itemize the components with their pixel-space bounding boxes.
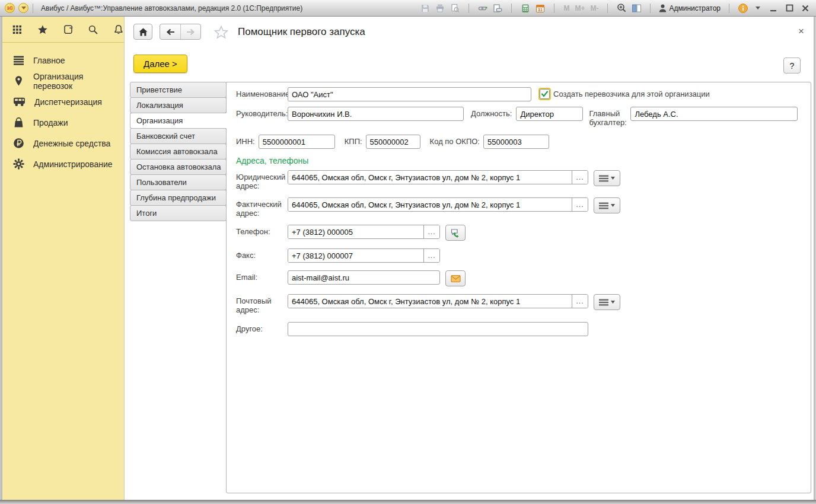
save-icon[interactable]	[420, 3, 431, 14]
tab-lokalizaciya[interactable]: Локализация	[130, 97, 227, 113]
user-icon	[659, 4, 667, 12]
fax-input[interactable]	[288, 249, 423, 262]
split-view-icon[interactable]	[631, 3, 642, 14]
main-area: Помощник первого запуска × Далее > ? При…	[125, 17, 814, 500]
memory-subtract-button[interactable]: M-	[589, 4, 599, 12]
legal-address-menu-button[interactable]	[594, 170, 620, 186]
create-carrier-label[interactable]: Создать перевозчика для этой организации	[553, 87, 710, 98]
position-input[interactable]	[516, 107, 583, 121]
back-button[interactable]	[160, 24, 180, 39]
phone-choose-button[interactable]: ...	[423, 225, 439, 238]
content-header: Помощник первого запуска	[133, 24, 365, 40]
zoom-icon[interactable]	[616, 3, 627, 14]
inn-input[interactable]	[259, 135, 335, 149]
forward-button[interactable]	[180, 24, 200, 39]
okpo-input[interactable]	[483, 135, 549, 149]
search-icon[interactable]	[88, 24, 98, 36]
1c-logo-icon[interactable]: 1С	[5, 3, 15, 13]
tab-organizaciya[interactable]: Организация	[130, 113, 227, 129]
name-input[interactable]	[288, 87, 531, 101]
create-carrier-checkbox[interactable]	[540, 89, 550, 99]
tab-glubina-predprodazhi[interactable]: Глубина предпродажи	[130, 190, 227, 206]
info-icon[interactable]	[738, 3, 748, 14]
memory-add-button[interactable]: M+	[574, 4, 585, 12]
postal-address-choose-button[interactable]: ...	[572, 295, 588, 308]
sidebar-item-organizaciya-perevozok[interactable]: Организация перевозок	[2, 71, 124, 91]
director-input[interactable]	[288, 107, 464, 121]
wizard-steps: Приветствие Локализация Организация Банк…	[130, 82, 227, 493]
checkmark-icon	[541, 90, 549, 98]
maximize-button[interactable]	[783, 3, 795, 14]
status-bar	[0, 500, 816, 504]
calendar-icon[interactable]: 31	[535, 3, 546, 14]
postal-address-label: Почтовый адрес:	[236, 294, 288, 314]
tab-bankovskiy-schet[interactable]: Банковский счет	[130, 128, 227, 144]
phone-call-icon	[450, 228, 461, 238]
email-input[interactable]	[288, 270, 440, 285]
app-window: 1С Авибус / Авибус™:Управление автовокза…	[0, 0, 816, 504]
phone-label: Телефон:	[236, 225, 288, 236]
sidebar-item-administrirovanie[interactable]: Администрирование	[2, 154, 124, 174]
sidebar-item-prodazhi[interactable]: Продажи	[2, 112, 124, 133]
wizard: Приветствие Локализация Организация Банк…	[130, 82, 811, 493]
divider	[511, 4, 512, 13]
call-button[interactable]	[445, 225, 466, 241]
tab-komissiya-avtovokzala[interactable]: Комиссия автовокзала	[130, 143, 227, 160]
legal-address-choose-button[interactable]: ...	[572, 171, 588, 184]
links-icon[interactable]	[492, 3, 503, 14]
sidebar-item-label: Главное	[33, 56, 65, 65]
sidebar-item-dispetcherizaciya[interactable]: Диспетчеризация	[2, 91, 124, 112]
actual-address-input[interactable]	[288, 198, 572, 211]
divider	[468, 4, 469, 13]
calculator-icon[interactable]	[520, 3, 531, 14]
next-button[interactable]: Далее >	[133, 55, 187, 73]
tab-polzovateli[interactable]: Пользователи	[130, 174, 227, 190]
legal-address-input[interactable]	[288, 171, 572, 184]
fax-choose-button[interactable]: ...	[423, 249, 439, 262]
window-scrollbar-track[interactable]	[814, 17, 816, 500]
actual-address-field: ...	[288, 197, 588, 212]
apps-grid-icon[interactable]	[12, 24, 23, 36]
fax-field: ...	[288, 248, 440, 263]
kpp-input[interactable]	[366, 135, 420, 149]
shopping-bag-icon	[13, 117, 24, 128]
tab-itogi[interactable]: Итоги	[130, 205, 227, 221]
close-window-button[interactable]	[799, 3, 811, 14]
sidebar-toolbar	[2, 17, 124, 43]
tab-ostanovka-avtovokzala[interactable]: Остановка автовокзала	[130, 159, 227, 175]
history-nav	[160, 24, 201, 40]
other-label: Другое:	[236, 322, 288, 333]
sidebar-item-denezhnye-sredstva[interactable]: Денежные средства	[2, 133, 124, 154]
phone-input[interactable]	[288, 225, 423, 238]
home-button[interactable]	[133, 24, 152, 40]
actual-address-choose-button[interactable]: ...	[572, 198, 588, 211]
sidebar-item-glavnoe[interactable]: Главное	[2, 50, 124, 71]
chevron-down-icon	[611, 301, 615, 304]
divider	[650, 4, 651, 13]
other-input[interactable]	[288, 322, 588, 336]
favorite-toggle-star-icon[interactable]	[214, 25, 228, 39]
favorites-star-icon[interactable]	[37, 24, 48, 36]
system-menu-button[interactable]	[18, 3, 28, 13]
divider	[607, 4, 608, 13]
current-user[interactable]: Администратор	[659, 4, 721, 12]
add-link-icon[interactable]	[477, 3, 488, 14]
print-icon[interactable]	[435, 3, 445, 14]
postal-address-menu-button[interactable]	[594, 294, 620, 310]
close-form-button[interactable]: ×	[798, 26, 804, 36]
tab-privetstvie[interactable]: Приветствие	[130, 82, 227, 98]
postal-address-input[interactable]	[288, 295, 572, 308]
send-email-button[interactable]	[445, 270, 466, 286]
chevron-down-icon[interactable]	[753, 3, 763, 14]
memory-recall-button[interactable]: M	[563, 4, 570, 12]
history-scroll-icon[interactable]	[63, 24, 74, 36]
actual-address-menu-button[interactable]	[594, 197, 620, 213]
window-title: Авибус / Авибус™:Управление автовокзалам…	[41, 4, 302, 12]
print-preview-icon[interactable]	[450, 3, 460, 14]
arrow-left-icon	[166, 28, 175, 36]
location-pin-icon	[13, 75, 24, 87]
help-button[interactable]: ?	[783, 58, 801, 74]
accountant-input[interactable]	[630, 107, 798, 121]
notifications-bell-icon[interactable]	[113, 24, 124, 36]
minimize-button[interactable]	[767, 3, 779, 14]
